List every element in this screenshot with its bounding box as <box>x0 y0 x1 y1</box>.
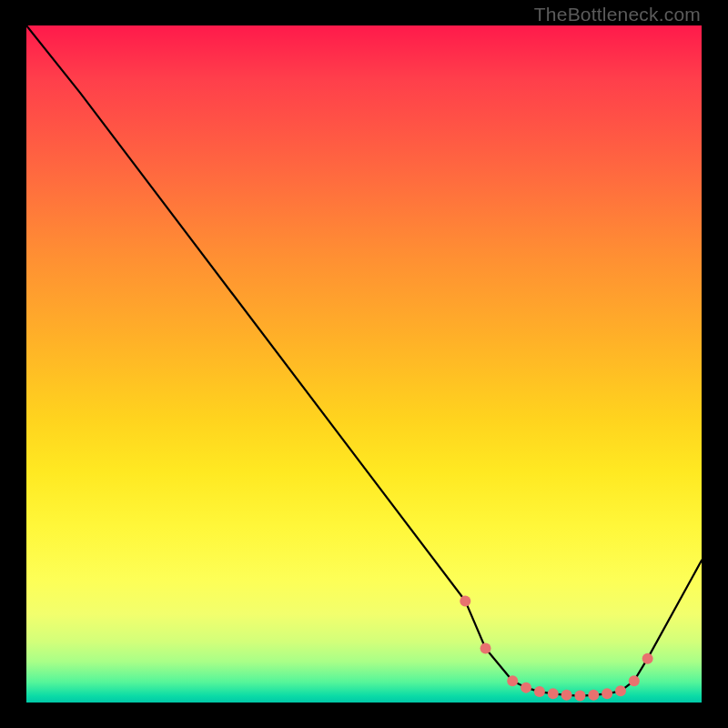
marker-dot <box>642 653 653 664</box>
marker-dot <box>561 690 572 701</box>
marker-dot <box>615 685 626 696</box>
marker-dot <box>588 690 599 701</box>
marker-dot <box>480 642 491 653</box>
plot-area <box>26 25 702 703</box>
marker-dot <box>602 688 612 699</box>
attribution-label: TheBottleneck.com <box>534 4 701 25</box>
marker-dot <box>629 675 640 686</box>
marker-dot <box>548 688 559 699</box>
marker-dot <box>460 595 470 606</box>
marker-dot <box>574 691 585 702</box>
marker-group <box>460 595 652 701</box>
curve-svg <box>26 25 702 703</box>
marker-dot <box>534 686 545 697</box>
marker-dot <box>521 682 531 693</box>
bottleneck-curve-path <box>26 25 702 696</box>
marker-dot <box>507 675 518 686</box>
chart-frame: TheBottleneck.com <box>0 0 728 728</box>
